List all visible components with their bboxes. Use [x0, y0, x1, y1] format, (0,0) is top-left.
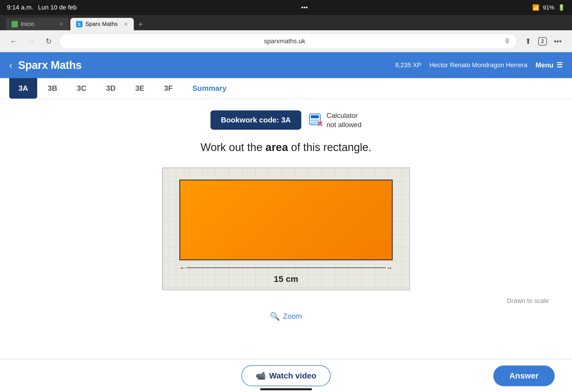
bottom-bar: 📹 Watch video	[0, 359, 572, 392]
diagram-outer: ← → 15 cm	[162, 167, 410, 290]
left-arrow-icon: ←	[179, 264, 186, 272]
forward-button[interactable]: →	[25, 35, 38, 48]
calculator-label: Calculator not allowed	[327, 111, 362, 129]
browser-tab-sparx[interactable]: S Sparx Maths ✕	[70, 18, 134, 30]
microphone-icon[interactable]: 🎙	[504, 37, 511, 45]
wifi-icon: 📶	[532, 4, 539, 11]
home-indicator	[260, 388, 312, 390]
question-text: Work out the area of this rectangle.	[17, 141, 555, 154]
bookwork-badge: Bookwork code: 3A	[210, 110, 301, 130]
tab-3f[interactable]: 3F	[155, 78, 182, 99]
bookwork-row: Bookwork code: 3A ✕ Calculator not	[17, 110, 555, 130]
dimension-label: 15 cm	[274, 274, 298, 284]
os-status-bar: 9:14 a.m. Lun 10 de feb ••• 📶 91% 🔋	[0, 0, 572, 15]
zoom-button[interactable]: 🔍 Zoom	[270, 312, 302, 321]
xp-display: 8,235 XP	[395, 61, 422, 69]
svg-rect-6	[314, 122, 316, 124]
tab-3e[interactable]: 3E	[126, 78, 154, 99]
question-bold: area	[266, 141, 288, 153]
os-indicators: 📶 91% 🔋	[532, 4, 565, 11]
favicon-inicio	[12, 21, 18, 27]
calculator-x-icon: ✕	[317, 120, 323, 128]
menu-button[interactable]: Menu ☰	[535, 61, 563, 69]
tab-3a[interactable]: 3A	[9, 78, 37, 99]
battery-percent: 91%	[543, 4, 554, 11]
sparx-back-button[interactable]: ‹	[9, 60, 12, 71]
os-dots: •••	[301, 4, 308, 11]
browser-tab-inicio[interactable]: Inicio ✕	[6, 18, 69, 30]
zoom-row: 🔍 Zoom	[17, 312, 555, 321]
tab-summary[interactable]: Summary	[183, 78, 236, 99]
diagram-container: ← → 15 cm	[17, 167, 555, 290]
answer-button[interactable]: Answer	[493, 365, 555, 386]
sparx-header: ‹ Sparx Maths 8,235 XP Hector Renato Mon…	[0, 52, 572, 78]
address-bar[interactable]: sparxmaths.uk 🎙	[59, 34, 517, 49]
browser-chrome: Inicio ✕ S Sparx Maths ✕ +	[0, 15, 572, 30]
tab-close-sparx[interactable]: ✕	[124, 21, 128, 27]
user-name-display: Hector Renato Mondragon Herrera	[429, 61, 527, 69]
svg-rect-1	[311, 115, 319, 118]
zoom-label: Zoom	[283, 312, 302, 321]
question-pre: Work out the	[201, 141, 266, 153]
tab-3c[interactable]: 3C	[68, 78, 96, 99]
menu-label: Menu	[535, 61, 554, 69]
svg-rect-3	[314, 120, 316, 121]
os-date: Lun 10 de feb	[38, 4, 77, 11]
browser-nav-actions: ⬆ 2 •••	[522, 35, 565, 48]
video-icon: 📹	[256, 371, 266, 380]
browser-nav-bar: ← → ↻ sparxmaths.uk 🎙 ⬆ 2 •••	[0, 30, 572, 52]
battery-icon: 🔋	[558, 4, 565, 11]
tab-close-inicio[interactable]: ✕	[59, 21, 63, 27]
question-post: of this rectangle.	[288, 141, 371, 153]
sparx-header-right: 8,235 XP Hector Renato Mondragon Herrera…	[395, 61, 563, 69]
tab-3d[interactable]: 3D	[97, 78, 125, 99]
svg-rect-5	[311, 122, 313, 124]
browser-tabs-bar: Inicio ✕ S Sparx Maths ✕ +	[6, 18, 566, 30]
back-button[interactable]: ←	[7, 35, 20, 48]
tab-label-sparx: Sparx Maths	[85, 21, 118, 27]
drawn-to-scale: Drawn to scale	[17, 297, 555, 305]
calculator-info: ✕ Calculator not allowed	[308, 111, 362, 129]
os-time-date: 9:14 a.m. Lun 10 de feb	[7, 4, 77, 11]
tab-count-badge[interactable]: 2	[538, 37, 547, 46]
reload-button[interactable]: ↻	[43, 35, 55, 48]
tab-label-inicio: Inicio	[21, 21, 34, 27]
favicon-sparx: S	[76, 21, 82, 27]
os-dots-icon: •••	[301, 4, 308, 11]
tab-3b[interactable]: 3B	[38, 78, 66, 99]
watch-video-button[interactable]: 📹 Watch video	[241, 365, 331, 386]
right-arrow-icon: →	[386, 264, 393, 272]
os-time: 9:14 a.m.	[7, 4, 33, 11]
main-content: Bookwork code: 3A ✕ Calculator not	[0, 99, 572, 358]
svg-rect-2	[311, 120, 313, 121]
zoom-plus-icon: 🔍	[270, 312, 280, 321]
calculator-icon-wrap: ✕	[308, 113, 323, 128]
task-tabs-bar: 3A 3B 3C 3D 3E 3F Summary	[0, 78, 572, 99]
orange-rectangle	[179, 180, 393, 260]
watch-video-label: Watch video	[269, 371, 317, 380]
url-display: sparxmaths.uk	[65, 37, 504, 45]
more-options-button[interactable]: •••	[550, 35, 565, 48]
hamburger-icon: ☰	[556, 61, 563, 69]
share-button[interactable]: ⬆	[522, 35, 535, 48]
new-tab-button[interactable]: +	[135, 18, 146, 30]
sparx-logo: Sparx Maths	[18, 59, 82, 71]
